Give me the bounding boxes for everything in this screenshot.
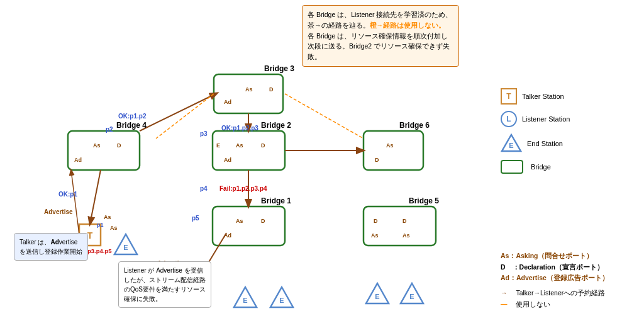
svg-text:E: E [216,142,220,149]
svg-line-47 [285,94,364,139]
svg-text:OK:p1.p2: OK:p1.p2 [118,113,147,120]
legend-bridge: Bridge [501,160,639,174]
talker-info-text: Talker は、Advertise を送信し登録作業開始 [19,239,82,255]
svg-text:As: As [371,232,379,239]
abbreviation-area: As：Asking（問合せポート） D ：Declaration（宣言ポート） … [501,251,639,310]
legend-end-station: E End Station [501,133,639,154]
abbrev-D: D ：Declaration（宣言ポート） [501,262,639,273]
svg-text:OK:p1.p2.p3: OK:p1.p2.p3 [221,125,258,132]
svg-text:Ad: Ad [74,157,82,163]
svg-marker-12 [234,287,257,307]
svg-rect-0 [214,74,283,113]
legend-talker-icon: T [501,88,517,105]
diagram-canvas: T E L E E E E As D Ad As D Ad As D Ad E … [0,0,644,323]
svg-text:p4: p4 [200,185,208,192]
legend-end-station-icon: E [501,133,522,152]
svg-text:As: As [104,214,111,220]
svg-text:T: T [87,230,93,241]
svg-text:D: D [402,218,407,224]
svg-text:As: As [236,218,243,224]
svg-marker-14 [270,287,293,307]
svg-rect-2 [213,131,285,170]
svg-text:Bridge 1: Bridge 1 [261,196,291,205]
svg-text:D: D [117,142,121,149]
info-box-talker: Talker は、Advertise を送信し登録作業開始 [14,233,88,261]
svg-text:Bridge 6: Bridge 6 [399,121,430,130]
svg-rect-5 [364,207,436,246]
svg-text:Bridge 4: Bridge 4 [116,121,147,130]
svg-text:Fail:p1.p2.p3.p4: Fail:p1.p2.p3.p4 [219,185,267,192]
svg-text:p3: p3 [200,130,208,137]
svg-text:D: D [375,157,379,163]
legend-listener: L Listener Station [501,111,639,127]
legend-talker-label: Talker Station [522,93,564,100]
svg-marker-8 [114,234,137,254]
abbrev-arrow2: ― 使用しない [501,299,639,310]
abbrev-Ad: Ad：Advertise（登録広告ポート） [501,273,639,284]
svg-rect-1 [68,131,140,170]
legend-bridge-label: Bridge [531,163,551,171]
svg-text:As: As [245,86,253,93]
svg-text:Ad: Ad [224,232,231,239]
svg-text:p5: p5 [192,215,199,222]
listener-info-text: Listener が Advertise を受信したが、ストリーム配信経路のQo… [124,267,206,302]
svg-text:D: D [261,218,265,224]
svg-line-46 [156,94,214,139]
svg-text:As: As [236,142,243,149]
legend-listener-icon: L [501,111,517,127]
svg-text:E: E [123,244,128,251]
svg-rect-4 [213,207,285,246]
svg-text:Bridge 2: Bridge 2 [261,121,291,130]
svg-text:D: D [374,218,378,224]
svg-line-43 [90,170,101,224]
svg-text:Ad: Ad [224,99,231,105]
legend-listener-label: Listener Station [522,115,570,123]
svg-text:E: E [243,297,247,304]
svg-line-44 [71,170,79,235]
svg-marker-18 [401,283,423,303]
legend-end-station-label: End Station [527,140,563,147]
info-box-listener: Listener が Advertise を受信したが、ストリーム配信経路のQo… [118,261,211,308]
svg-line-39 [140,93,217,131]
abbrev-arrow1: → Talker→Listenerへの予約経路 [501,288,639,299]
svg-text:As: As [386,142,394,149]
svg-text:Ad: Ad [224,157,231,163]
svg-text:E: E [409,293,414,300]
svg-marker-16 [366,283,389,303]
svg-text:D: D [269,86,274,93]
svg-text:As: As [93,142,101,149]
svg-text:As: As [110,225,118,231]
info-text-1: 各 Bridge は、Listener 接続先を学習済のため、茶→の経路を辿る。… [308,11,452,60]
svg-text:E: E [279,297,284,304]
svg-text:E: E [375,293,379,300]
svg-text:Bridge 3: Bridge 3 [264,64,294,73]
legend-talker: T Talker Station [501,88,639,105]
svg-text:p1: p1 [97,222,104,228]
info-box-bridge-path: 各 Bridge は、Listener 接続先を学習済のため、茶→の経路を辿る。… [302,5,459,67]
svg-rect-3 [364,131,423,170]
legend-bridge-icon [501,160,523,174]
svg-text:As: As [402,232,410,239]
svg-text:D: D [261,142,265,149]
svg-text:Bridge 5: Bridge 5 [409,196,439,205]
abbrev-As: As：Asking（問合せポート） [501,251,639,262]
svg-text:OK:p1: OK:p1 [58,191,77,198]
svg-text:p2: p2 [106,126,113,133]
legend-area: T Talker Station L Listener Station E En… [501,88,639,180]
svg-text:E: E [509,142,513,149]
svg-text:Advertise: Advertise [44,208,73,215]
